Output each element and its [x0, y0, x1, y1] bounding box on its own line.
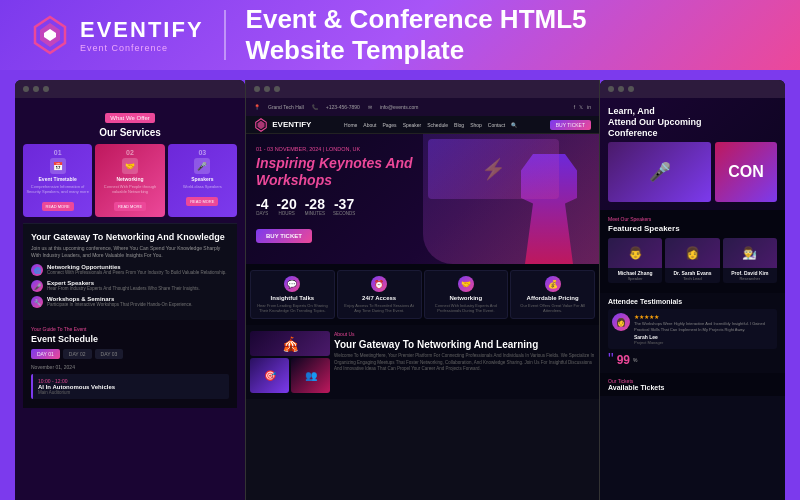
- feat-icon-1: 💬: [284, 276, 300, 292]
- main-title-area: Event & Conference HTML5 Website Templat…: [246, 4, 770, 66]
- read-more-2[interactable]: READ MORE: [114, 202, 146, 211]
- logo-name: EVENTIFY: [80, 17, 204, 43]
- logo-sub: Event Conference: [80, 43, 204, 53]
- feature-desc-2: Hear From Industry Experts And Thought L…: [47, 286, 229, 292]
- schedule-section: Your Guide To The Event Event Schedule D…: [23, 320, 237, 408]
- day-tab-2[interactable]: DAY 02: [63, 349, 92, 359]
- event-item-1: 10:00 - 12:00 AI In Autonomous Vehicles …: [31, 374, 229, 399]
- feature-text-1: Networking Opportunities Connect With Pr…: [47, 264, 229, 276]
- email-text: info@events.com: [380, 104, 419, 110]
- feature-text-3: Workshops & Seminars Participate In Inte…: [47, 296, 229, 308]
- main-title-line1: Event & Conference HTML5: [246, 4, 587, 34]
- service-desc-1: Comprehensive Information of Security Sp…: [26, 184, 89, 194]
- svg-marker-4: [258, 120, 265, 128]
- email-icon: ✉: [368, 104, 372, 110]
- buy-ticket-hero-button[interactable]: BUY TICKET: [256, 229, 312, 243]
- testimonial-stars-1: ★★★★★: [634, 313, 773, 320]
- conf-badge: CON: [715, 142, 777, 202]
- countdown-seconds: -37 Seconds: [333, 197, 355, 216]
- service-card-3: 03 🎤 Speakers World-class Speakers READ …: [168, 144, 237, 217]
- testimonial-role-1: Project Manager: [634, 340, 773, 345]
- gateway-title: Your Gateway To Networking And Knowledge: [31, 232, 229, 242]
- nav-pages[interactable]: Pages: [382, 122, 396, 128]
- right-inner: Learn, And Attend Our Upcoming Conferenc…: [600, 98, 785, 396]
- browser-wrap: What We Offer Our Services 01 📅 Event Ti…: [0, 70, 800, 500]
- service-icon-2: 🤝: [122, 158, 138, 174]
- day-tab-1[interactable]: DAY 01: [31, 349, 60, 359]
- day-tab-3[interactable]: DAY 03: [95, 349, 124, 359]
- phone-icon: 📞: [312, 104, 318, 110]
- social-fb[interactable]: f: [574, 104, 575, 110]
- logo-icon: [30, 15, 70, 55]
- nav-links: Home About Pages Speaker Schedule Blog S…: [344, 122, 517, 128]
- speaker-photo-3: 👨‍🔬: [723, 238, 777, 268]
- feat-card-2: ⏰ 24/7 Access Enjoy Access To Recorded S…: [337, 270, 422, 319]
- header-divider: [224, 10, 226, 60]
- services-title: Our Services: [23, 127, 237, 138]
- feature-icon-1: 🌐: [31, 264, 43, 276]
- speaker-name-2: Dr. Sarah Evans: [665, 268, 719, 276]
- buy-ticket-nav-button[interactable]: BUY TICKET: [550, 120, 591, 130]
- feat-title-3: Networking: [429, 295, 504, 301]
- nav-home[interactable]: Home: [344, 122, 357, 128]
- feat-icon-4: 💰: [545, 276, 561, 292]
- speakers-grid: 👨 Michael Zhang Speaker 👩 Dr. Sarah Evan…: [608, 238, 777, 283]
- search-icon[interactable]: 🔍: [511, 122, 517, 128]
- service-icon-3: 🎤: [194, 158, 210, 174]
- gateway-text: Join us at this upcoming conference, Whe…: [31, 245, 229, 259]
- about-images: 🎪 🎯 👥: [250, 331, 330, 393]
- feat-card-1: 💬 Insightful Talks Hear From Leading Exp…: [250, 270, 335, 319]
- feature-cards-row: 💬 Insightful Talks Hear From Leading Exp…: [246, 264, 599, 325]
- social-x[interactable]: 𝕏: [579, 104, 583, 110]
- center-dot-2: [264, 86, 270, 92]
- phone-text: +123-456-7890: [326, 104, 360, 110]
- hero-title-italic: Keynotes: [319, 155, 382, 171]
- testimonials-section: Attendee Testimonials 👩 ★★★★★ The Worksh…: [600, 293, 785, 372]
- speaker-photo-2: 👩: [665, 238, 719, 268]
- schedule-sub: Your Guide To The Event: [31, 326, 229, 332]
- feat-title-2: 24/7 Access: [342, 295, 417, 301]
- left-browser-bar: [15, 80, 245, 98]
- service-card-1: 01 📅 Event Timetable Comprehensive Infor…: [23, 144, 92, 217]
- nav-bar: EVENTIFY Home About Pages Speaker Schedu…: [246, 116, 599, 134]
- feature-desc-1: Connect With Professionals And Peers Fro…: [47, 270, 229, 276]
- nav-shop[interactable]: Shop: [470, 122, 482, 128]
- left-inner: What We Offer Our Services 01 📅 Event Ti…: [15, 98, 245, 416]
- feat-card-3: 🤝 Networking Connect With Industry Exper…: [424, 270, 509, 319]
- service-num-3: 03: [171, 149, 234, 156]
- location-icon: 📍: [254, 104, 260, 110]
- speaker-role-2: Tech Lead: [665, 276, 719, 283]
- gateway-section: Your Gateway To Networking And Knowledge…: [23, 223, 237, 320]
- service-card-2: 02 🤝 Networking Connect With People thro…: [95, 144, 164, 217]
- feature-item-1: 🌐 Networking Opportunities Connect With …: [31, 264, 229, 276]
- countdown: -4 Days -20 Hours -28 Minutes -37 Second…: [256, 197, 439, 216]
- feat-desc-1: Hear From Leading Experts On Sharing The…: [255, 303, 330, 313]
- logo-text-area: EVENTIFY Event Conference: [80, 17, 204, 53]
- service-desc-3: World-class Speakers: [171, 184, 234, 189]
- center-top-bar: 📍 Grand Tech Hall 📞 +123-456-7890 ✉ info…: [246, 98, 599, 116]
- nav-schedule[interactable]: Schedule: [427, 122, 448, 128]
- right-dot-1: [608, 86, 614, 92]
- service-num-1: 01: [26, 149, 89, 156]
- top-header: EVENTIFY Event Conference Event & Confer…: [0, 0, 800, 70]
- event-venue-1: Main Auditorium: [38, 390, 224, 395]
- about-content: About Us Your Gateway To Networking And …: [334, 331, 595, 393]
- read-more-3[interactable]: READ MORE: [186, 197, 218, 206]
- feature-item-2: 🎤 Expert Speakers Hear From Industry Exp…: [31, 280, 229, 292]
- location-text: Grand Tech Hall: [268, 104, 304, 110]
- feat-desc-2: Enjoy Access To Recorded Sessions At Any…: [342, 303, 417, 313]
- nav-contact[interactable]: Contact: [488, 122, 505, 128]
- right-browser-bar: [600, 80, 785, 98]
- nav-about[interactable]: About: [363, 122, 376, 128]
- feat-desc-4: Our Event Offers Great Value For All Att…: [515, 303, 590, 313]
- nav-blog[interactable]: Blog: [454, 122, 464, 128]
- social-in[interactable]: in: [587, 104, 591, 110]
- feat-icon-3: 🤝: [458, 276, 474, 292]
- speaker-photo-1: 👨: [608, 238, 662, 268]
- service-label-2: Networking: [98, 176, 161, 182]
- right-dot-3: [628, 86, 634, 92]
- read-more-1[interactable]: READ MORE: [42, 202, 74, 211]
- nav-speaker[interactable]: Speaker: [403, 122, 422, 128]
- service-num-2: 02: [98, 149, 161, 156]
- countdown-minutes: -28 Minutes: [305, 197, 325, 216]
